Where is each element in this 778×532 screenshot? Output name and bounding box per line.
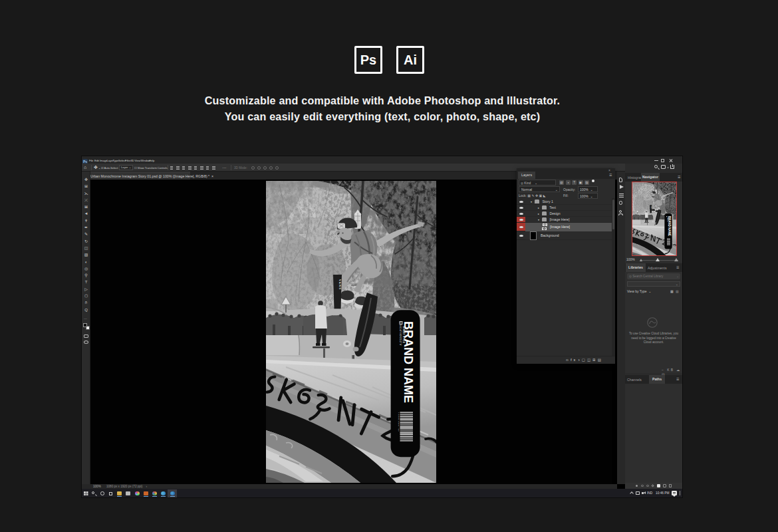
svg-text:BRAND NAME: BRAND NAME bbox=[668, 216, 671, 236]
svg-text:BRAND NAME: BRAND NAME bbox=[402, 321, 415, 403]
svg-text:02°14’41.44” N 80°0’20.32” W: 02°14’41.44” N 80°0’20.32” W bbox=[399, 322, 402, 346]
svg-text:VANS: VANS bbox=[338, 279, 342, 290]
svg-text:5 627578 923572 4557: 5 627578 923572 4557 bbox=[398, 412, 400, 432]
